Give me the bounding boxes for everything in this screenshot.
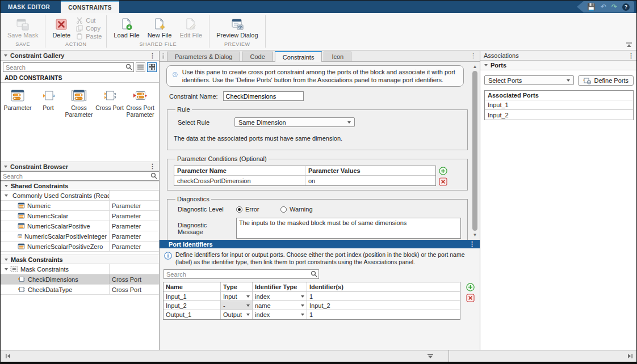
shared-constraints-bar[interactable]: Shared Constraints <box>1 181 159 191</box>
collapse-right-icon[interactable] <box>627 353 633 359</box>
tree-row-checkdimensions[interactable]: CheckDimensions Cross Port <box>1 274 159 285</box>
port-type-dropdown[interactable]: Output <box>220 310 252 319</box>
port-type-dropdown[interactable]: Input <box>220 292 252 300</box>
cut-button[interactable]: Cut <box>76 17 102 24</box>
identifiers-cell[interactable]: Input_2 <box>307 301 460 310</box>
preview-dialog-button[interactable]: Preview Dialog <box>214 17 260 39</box>
help-icon[interactable]: ? <box>622 3 630 11</box>
paste-button[interactable]: Paste <box>76 33 102 40</box>
column-header[interactable]: Identifier Type <box>252 282 307 291</box>
constraint-name-input[interactable] <box>223 91 304 101</box>
add-condition-button[interactable] <box>439 166 448 175</box>
edit-file-button[interactable]: Edit File <box>177 17 204 39</box>
column-header[interactable]: Parameter Values <box>305 166 435 175</box>
collapse-toolstrip-icon[interactable] <box>625 42 633 48</box>
save-mask-button[interactable]: Save Mask <box>5 17 40 39</box>
port-row-output-1[interactable]: Output_1 Output index 1 <box>164 310 460 319</box>
load-file-button[interactable]: Load File <box>111 17 141 39</box>
select-rule-dropdown[interactable]: Same Dimension <box>234 117 355 127</box>
port-identifiers-menu-icon[interactable]: ⋮ <box>469 241 475 247</box>
mask-constraints-bar[interactable]: Mask Constraints <box>1 255 159 264</box>
collapse-gallery-icon[interactable] <box>4 54 7 57</box>
collapse-bottom-icon[interactable] <box>427 354 434 359</box>
tree-row-numericscalarpositivezero[interactable]: NumericScalarPositiveZero Parameter <box>1 242 159 252</box>
tree-row-numericscalarpositive[interactable]: NumericScalarPositive Parameter <box>1 221 159 231</box>
diagnostic-error-radio[interactable]: Error <box>236 206 276 213</box>
associations-menu-icon[interactable]: ⋮ <box>628 53 634 59</box>
new-file-button[interactable]: New File <box>145 17 174 39</box>
column-header[interactable]: Identifier(s) <box>307 282 460 291</box>
select-ports-dropdown[interactable]: Select Ports <box>484 75 574 85</box>
identifiers-cell[interactable]: 1 <box>307 292 460 300</box>
tree-group-mask-constraints[interactable]: Mask Constraints <box>1 264 159 274</box>
column-header[interactable]: Type <box>220 282 252 291</box>
tab-icon[interactable]: Icon <box>324 52 351 61</box>
new-file-label: New File <box>148 32 172 39</box>
gallery-item-cross-port[interactable]: Cross Port <box>95 90 124 111</box>
search-icon <box>150 172 157 179</box>
tab-mask-editor[interactable]: MASK EDITOR <box>1 1 57 13</box>
diagnostic-warning-radio[interactable]: Warning <box>280 206 320 213</box>
copy-button[interactable]: Copy <box>76 25 102 32</box>
tree-row-numeric[interactable]: Numeric Parameter <box>1 201 159 211</box>
tabbar-drag-handle[interactable] <box>162 53 164 59</box>
port-name-cell[interactable]: Input_1 <box>164 292 220 300</box>
ports-section-bar[interactable]: Ports <box>480 61 637 70</box>
port-row-input-2[interactable]: Input_2 - name Input_2 <box>164 301 460 310</box>
port-row-input-1[interactable]: Input_1 Input index 1 <box>164 292 460 301</box>
port-name-cell[interactable]: Output_1 <box>164 310 220 319</box>
scrollbar-thumb[interactable] <box>472 71 477 231</box>
collapse-left-icon[interactable] <box>5 353 11 359</box>
grid-view-button[interactable] <box>147 62 157 72</box>
redo-icon[interactable]: ↷ <box>611 3 617 10</box>
tab-constraints-pane[interactable]: Constraints <box>275 51 322 62</box>
undo-icon[interactable]: ↶ <box>601 3 606 10</box>
toolstrip-group-save: Save Mask SAVE <box>1 13 45 50</box>
gallery-search-input[interactable] <box>3 62 134 72</box>
column-header[interactable]: Parameter Name <box>174 166 305 175</box>
scroll-down-icon[interactable]: ▼ <box>471 231 479 239</box>
vertical-scrollbar[interactable]: ▲ ▼ <box>471 63 479 239</box>
port-type-dropdown[interactable]: - <box>220 301 252 310</box>
associated-port-row[interactable]: Input_1 <box>485 100 633 110</box>
copy-icon <box>76 25 83 32</box>
table-row[interactable]: checkCrossPortDimension on <box>174 176 435 185</box>
gallery-menu-icon[interactable]: ⋮ <box>149 53 156 59</box>
delete-port-identifier-button[interactable] <box>466 293 475 302</box>
tab-code[interactable]: Code <box>242 52 273 61</box>
gallery-item-cross-parameter[interactable]: Cross Parameter <box>64 90 94 118</box>
diagnostic-message-input[interactable]: The inputs to the masked block must be o… <box>236 218 461 239</box>
identifier-type-dropdown[interactable]: name <box>252 301 307 310</box>
tree-row-numericscalar[interactable]: NumericScalar Parameter <box>1 211 159 221</box>
browser-menu-icon[interactable]: ⋮ <box>149 163 156 170</box>
save-icon[interactable]: 💾 <box>587 3 596 10</box>
collapse-group-icon[interactable] <box>5 268 8 270</box>
port-identifiers-search-input[interactable] <box>164 269 319 279</box>
delete-button[interactable]: Delete <box>50 17 73 39</box>
identifier-type-dropdown[interactable]: index <box>252 292 307 300</box>
port-name-cell[interactable]: Input_2 <box>164 301 220 310</box>
parameter-values-cell[interactable]: on <box>305 176 435 185</box>
editor-menu-icon[interactable]: ⋮ <box>470 53 476 59</box>
add-port-identifier-button[interactable] <box>466 282 475 291</box>
browser-search-input[interactable] <box>1 171 159 181</box>
tab-parameters-dialog[interactable]: Parameters & Dialog <box>167 52 241 61</box>
tab-constraints[interactable]: CONSTRAINTS <box>61 1 119 13</box>
identifier-type-dropdown[interactable]: index <box>252 310 307 319</box>
delete-condition-button[interactable] <box>439 177 448 186</box>
gallery-item-port[interactable]: Port <box>33 90 63 111</box>
gallery-item-cross-port-parameter[interactable]: Cross Port Parameter <box>125 90 155 118</box>
parameter-name-cell[interactable]: checkCrossPortDimension <box>174 176 305 185</box>
collapse-browser-icon[interactable] <box>4 166 7 168</box>
column-header[interactable]: Name <box>164 282 220 291</box>
collapse-group-icon[interactable] <box>5 194 8 197</box>
associated-port-row[interactable]: Input_2 <box>485 110 633 120</box>
tree-row-numericscalarpositiveinteger[interactable]: NumericScalarPositiveInteger Parameter <box>1 231 159 242</box>
define-ports-button[interactable]: Define Ports <box>578 75 634 86</box>
scroll-up-icon[interactable]: ▲ <box>471 63 479 70</box>
identifiers-cell[interactable]: 1 <box>307 310 460 319</box>
gallery-item-parameter[interactable]: Parameter <box>3 90 32 111</box>
tree-group-commonly-used[interactable]: Commonly Used Constraints (Read-Only) <box>1 191 159 201</box>
tree-row-checkdatatype[interactable]: CheckDataType Cross Port <box>1 285 159 295</box>
list-view-button[interactable] <box>136 62 145 72</box>
